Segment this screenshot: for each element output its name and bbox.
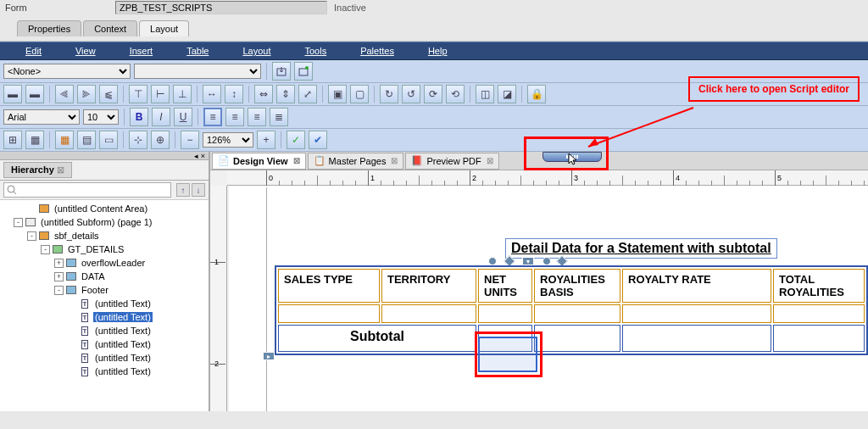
col-royalty-rate[interactable]: ROYALTY RATE — [622, 269, 771, 303]
tab-design-view[interactable]: 📄 Design View ⊠ — [212, 153, 306, 170]
tree-node[interactable]: -sbf_details — [0, 229, 209, 242]
paraalign-right-btn[interactable]: ≡ — [248, 108, 266, 126]
underline-button[interactable]: U — [174, 108, 192, 126]
ruler-horizontal[interactable]: 0123456 — [227, 170, 868, 186]
bold-button[interactable]: B — [130, 108, 148, 126]
paraalign-just-btn[interactable]: ≣ — [270, 108, 288, 126]
snap2-btn[interactable]: ⊕ — [151, 131, 170, 149]
tree-node[interactable]: T(untitled Text) — [0, 337, 209, 351]
tree-expander[interactable]: + — [54, 259, 64, 268]
align-button-2[interactable]: ▬ — [25, 85, 44, 103]
menu-palettes[interactable]: Palettes — [343, 46, 411, 56]
menu-tools[interactable]: Tools — [287, 46, 343, 56]
tab-preview-pdf[interactable]: 📕 Preview PDF ⊠ — [405, 153, 498, 170]
size-w-btn[interactable]: ⇔ — [254, 85, 273, 103]
hierarchy-tree[interactable]: (untitled Content Area)-(untitled Subfor… — [0, 200, 209, 411]
tab-layout[interactable]: Layout — [139, 20, 189, 36]
nav-down-btn[interactable]: ↓ — [192, 183, 205, 197]
menu-layout[interactable]: Layout — [225, 46, 287, 56]
tree-node[interactable]: T(untitled Text) — [0, 297, 209, 310]
zoom-select[interactable]: 126% — [203, 132, 253, 148]
tab-master-pages[interactable]: 📋 Master Pages ⊠ — [308, 153, 404, 170]
tree-node[interactable]: -Footer — [0, 283, 209, 297]
panel-handle[interactable]: ◂ × — [0, 152, 209, 160]
tree-expander[interactable]: - — [14, 218, 23, 227]
align-top-btn[interactable]: ⊤ — [129, 85, 147, 103]
export-button[interactable] — [294, 62, 313, 81]
close-icon[interactable]: ⊠ — [293, 156, 300, 165]
menu-help[interactable]: Help — [411, 46, 465, 56]
tree-node[interactable]: (untitled Content Area) — [0, 202, 209, 215]
import-button[interactable] — [272, 62, 291, 81]
tab-context[interactable]: Context — [83, 20, 137, 36]
table-title[interactable]: Detail Data for a Statement with subtota… — [505, 238, 777, 259]
grid-c-btn[interactable]: ▭ — [99, 131, 118, 149]
grp3-btn[interactable]: ◪ — [498, 85, 516, 103]
sel-handle[interactable] — [488, 257, 497, 265]
align-mid-btn[interactable]: ⊢ — [151, 85, 170, 103]
tree-node[interactable]: -GT_DETAILS — [0, 242, 209, 256]
ungroup-btn[interactable]: ▢ — [350, 85, 369, 103]
grp2-btn[interactable]: ◫ — [476, 85, 494, 103]
tree-node[interactable]: T(untitled Text) — [0, 365, 209, 378]
paraalign-center-btn[interactable]: ≡ — [225, 108, 244, 126]
sel-row-handle[interactable]: ▸ — [263, 352, 275, 360]
tree-node[interactable]: T(untitled Text) — [0, 351, 209, 365]
footer-row[interactable]: Subtotal — [278, 325, 865, 352]
align-button-1[interactable]: ▬ — [3, 85, 22, 103]
italic-button[interactable]: I — [152, 108, 170, 126]
style-select[interactable]: <None> — [3, 64, 131, 79]
tree-node[interactable]: T(untitled Text) — [0, 324, 209, 337]
grid-b-btn[interactable]: ▤ — [77, 131, 96, 149]
col-royalties-basis[interactable]: ROYALITIES BASIS — [534, 269, 620, 303]
zoom-out-btn[interactable]: − — [181, 131, 199, 149]
size-h-btn[interactable]: ⇕ — [276, 85, 295, 103]
tree-expander[interactable]: + — [54, 272, 64, 281]
hierarchy-search[interactable] — [3, 182, 171, 198]
col-territory[interactable]: TERRITORY — [381, 269, 476, 303]
design-canvas[interactable]: Detail Data for a Statement with subtota… — [229, 186, 868, 411]
check-btn[interactable]: ✓ — [287, 131, 305, 149]
subtotal-label-cell[interactable]: Subtotal — [278, 325, 476, 352]
col-sales-type[interactable]: SALES TYPE — [278, 269, 380, 303]
snap-btn[interactable]: ⊹ — [129, 131, 147, 149]
grid-btn-1[interactable]: ⊞ — [3, 131, 22, 149]
align-right-btn[interactable]: ⫹ — [99, 85, 118, 103]
rot4-btn[interactable]: ⟲ — [446, 85, 465, 103]
lock-btn[interactable]: 🔒 — [527, 85, 546, 103]
menu-table[interactable]: Table — [170, 46, 225, 56]
subtotal-basis-cell[interactable] — [534, 325, 620, 352]
tab-properties[interactable]: Properties — [17, 20, 81, 36]
menu-insert[interactable]: Insert — [113, 46, 170, 56]
align-center-btn[interactable]: ⫸ — [77, 85, 96, 103]
sel-handle[interactable] — [542, 257, 551, 265]
group-btn[interactable]: ▣ — [328, 85, 347, 103]
sel-handle[interactable]: ▾ — [522, 257, 534, 265]
rot3-btn[interactable]: ⟳ — [424, 85, 442, 103]
col-net-units[interactable]: NET UNITS — [478, 269, 532, 303]
spell-btn[interactable]: ✔ — [309, 131, 327, 149]
font-select[interactable]: Arial — [3, 109, 80, 125]
ruler-vertical[interactable]: 12 — [210, 186, 227, 411]
detail-table[interactable]: SALES TYPE TERRITORY NET UNITS ROYALITIE… — [275, 265, 868, 355]
tree-node[interactable]: T(untitled Text) — [0, 310, 209, 324]
close-icon[interactable]: ⊠ — [487, 156, 493, 165]
data-row[interactable] — [278, 304, 865, 323]
paraalign-left-btn[interactable]: ≡ — [203, 108, 222, 126]
menu-edit[interactable]: Edit — [8, 46, 58, 56]
dist-v-btn[interactable]: ↕ — [225, 85, 243, 103]
grid-view-btn[interactable]: ▦ — [55, 131, 74, 149]
tree-expander[interactable]: - — [27, 231, 36, 241]
tree-node[interactable]: +overflowLeader — [0, 256, 209, 270]
zoom-in-btn[interactable]: + — [257, 131, 275, 149]
rot2-btn[interactable]: ↺ — [402, 85, 420, 103]
col-total-royalties[interactable]: TOTAL ROYALITIES — [773, 269, 865, 303]
tree-node[interactable]: -(untitled Subform) (page 1) — [0, 215, 209, 229]
style-select-2[interactable] — [134, 64, 261, 79]
menu-view[interactable]: View — [58, 46, 113, 56]
nav-up-btn[interactable]: ↑ — [176, 183, 190, 197]
hierarchy-tab[interactable]: Hierarchy ⊠ — [3, 162, 72, 178]
rot1-btn[interactable]: ↻ — [380, 85, 398, 103]
dist-h-btn[interactable]: ↔ — [203, 85, 221, 103]
tree-expander[interactable]: - — [41, 245, 50, 254]
